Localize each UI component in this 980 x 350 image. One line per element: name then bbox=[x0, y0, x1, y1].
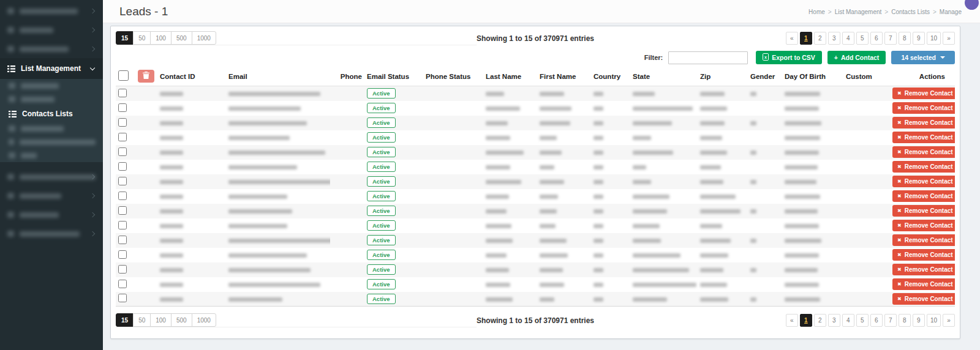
redacted-text bbox=[785, 136, 820, 140]
row-checkbox[interactable] bbox=[118, 147, 127, 156]
breadcrumb-link-list-management[interactable]: List Management bbox=[835, 9, 882, 15]
sidebar-item-redacted[interactable] bbox=[0, 206, 103, 224]
email-status-badge: Active bbox=[367, 235, 396, 245]
remove-contact-button[interactable]: ✖Remove Contact bbox=[892, 146, 955, 158]
pagination-prev[interactable]: « bbox=[786, 314, 798, 327]
row-checkbox[interactable] bbox=[118, 221, 127, 229]
page-button-3[interactable]: 3 bbox=[828, 314, 840, 327]
page-button-2[interactable]: 2 bbox=[814, 32, 826, 45]
row-checkbox[interactable] bbox=[118, 250, 127, 259]
page-size-500[interactable]: 500 bbox=[171, 313, 192, 327]
remove-contact-button[interactable]: ✖Remove Contact bbox=[892, 190, 955, 202]
page-button-8[interactable]: 8 bbox=[899, 32, 911, 45]
redacted-label bbox=[21, 153, 37, 158]
row-checkbox[interactable] bbox=[118, 294, 127, 302]
breadcrumb-link-home[interactable]: Home bbox=[809, 9, 825, 15]
sidebar-item-redacted[interactable] bbox=[0, 135, 103, 149]
page-button-1[interactable]: 1 bbox=[800, 314, 812, 327]
avatar[interactable] bbox=[965, 0, 979, 10]
page-size-15[interactable]: 15 bbox=[116, 31, 134, 45]
remove-contact-button[interactable]: ✖Remove Contact bbox=[892, 205, 955, 217]
redacted-text bbox=[633, 239, 661, 243]
page-button-10[interactable]: 10 bbox=[927, 32, 941, 45]
page-button-4[interactable]: 4 bbox=[842, 314, 854, 327]
breadcrumb-separator: > bbox=[933, 9, 937, 15]
sidebar-item-redacted[interactable] bbox=[0, 168, 103, 186]
remove-contact-button[interactable]: ✖Remove Contact bbox=[892, 102, 955, 114]
remove-contact-button[interactable]: ✖Remove Contact bbox=[892, 176, 955, 187]
page-button-9[interactable]: 9 bbox=[913, 314, 925, 327]
remove-contact-button[interactable]: ✖Remove Contact bbox=[892, 88, 955, 99]
pagination-prev[interactable]: « bbox=[786, 32, 798, 45]
page-size-100[interactable]: 100 bbox=[150, 313, 172, 327]
remove-contact-button[interactable]: ✖Remove Contact bbox=[892, 293, 955, 305]
page-size-50[interactable]: 50 bbox=[133, 31, 151, 45]
sidebar-item-redacted[interactable] bbox=[0, 122, 103, 135]
row-checkbox[interactable] bbox=[118, 206, 127, 215]
row-checkbox[interactable] bbox=[118, 133, 127, 141]
pagination-next[interactable]: » bbox=[943, 314, 955, 327]
row-checkbox[interactable] bbox=[118, 192, 127, 200]
sidebar-item-redacted[interactable] bbox=[0, 92, 103, 106]
remove-contact-button[interactable]: ✖Remove Contact bbox=[892, 234, 955, 246]
remove-contact-button[interactable]: ✖Remove Contact bbox=[892, 220, 955, 231]
sidebar-item-redacted[interactable] bbox=[0, 40, 103, 58]
redacted-text bbox=[594, 195, 603, 199]
redacted-text bbox=[228, 239, 330, 243]
sidebar-item-list-management[interactable]: List Management bbox=[0, 58, 103, 79]
add-contact-button[interactable]: + Add Contact bbox=[827, 51, 886, 64]
row-checkbox[interactable] bbox=[118, 162, 127, 171]
remove-contact-button[interactable]: ✖Remove Contact bbox=[892, 249, 955, 261]
select-all-checkbox[interactable] bbox=[118, 70, 129, 81]
page-button-8[interactable]: 8 bbox=[899, 314, 911, 327]
sidebar-item-redacted[interactable] bbox=[0, 225, 103, 243]
page-size-500[interactable]: 500 bbox=[171, 31, 192, 45]
page-size-50[interactable]: 50 bbox=[133, 313, 151, 327]
sidebar-item-redacted[interactable] bbox=[0, 149, 103, 162]
menu-icon bbox=[9, 83, 15, 89]
page-size-100[interactable]: 100 bbox=[150, 31, 172, 45]
page-size-1000[interactable]: 1000 bbox=[192, 31, 216, 45]
export-csv-button[interactable]: x Export to CSV bbox=[756, 51, 822, 64]
row-checkbox[interactable] bbox=[118, 280, 127, 288]
remove-contact-button[interactable]: ✖Remove Contact bbox=[892, 117, 955, 128]
filter-input[interactable] bbox=[668, 51, 748, 64]
page-button-6[interactable]: 6 bbox=[870, 314, 883, 327]
pagination-next[interactable]: » bbox=[943, 32, 955, 45]
page-button-9[interactable]: 9 bbox=[913, 32, 925, 45]
redacted-text bbox=[700, 268, 723, 272]
page-button-7[interactable]: 7 bbox=[884, 32, 897, 45]
column-header-phone-status: Phone Status bbox=[423, 68, 483, 86]
page-button-3[interactable]: 3 bbox=[828, 32, 840, 45]
page-button-6[interactable]: 6 bbox=[870, 32, 883, 45]
redacted-text bbox=[785, 165, 818, 169]
remove-contact-button[interactable]: ✖Remove Contact bbox=[892, 132, 955, 143]
page-size-1000[interactable]: 1000 bbox=[192, 313, 216, 327]
sidebar-item-redacted[interactable] bbox=[0, 21, 103, 39]
page-button-2[interactable]: 2 bbox=[814, 314, 826, 327]
selected-dropdown-button[interactable]: 14 selected bbox=[891, 51, 955, 64]
menu-icon bbox=[7, 231, 14, 237]
row-checkbox[interactable] bbox=[118, 118, 127, 127]
remove-contact-button[interactable]: ✖Remove Contact bbox=[892, 278, 955, 290]
row-checkbox[interactable] bbox=[118, 103, 127, 112]
row-checkbox[interactable] bbox=[118, 177, 127, 185]
sidebar-item-redacted[interactable] bbox=[0, 2, 103, 20]
row-checkbox[interactable] bbox=[118, 236, 127, 244]
sidebar-item-redacted[interactable] bbox=[0, 187, 103, 205]
delete-selected-button[interactable] bbox=[138, 70, 154, 83]
page-button-10[interactable]: 10 bbox=[927, 314, 941, 327]
sidebar-item-contacts-lists[interactable]: Contacts Lists bbox=[0, 106, 103, 122]
row-checkbox[interactable] bbox=[118, 89, 127, 97]
remove-contact-button[interactable]: ✖Remove Contact bbox=[892, 161, 955, 173]
page-button-5[interactable]: 5 bbox=[856, 32, 869, 45]
row-checkbox[interactable] bbox=[118, 265, 127, 274]
page-button-5[interactable]: 5 bbox=[856, 314, 869, 327]
page-button-1[interactable]: 1 bbox=[800, 32, 812, 45]
sidebar-item-redacted[interactable] bbox=[0, 79, 103, 92]
page-button-4[interactable]: 4 bbox=[842, 32, 854, 45]
page-button-7[interactable]: 7 bbox=[884, 314, 897, 327]
page-size-15[interactable]: 15 bbox=[116, 313, 134, 327]
remove-contact-button[interactable]: ✖Remove Contact bbox=[892, 264, 955, 275]
breadcrumb-link-contacts-lists[interactable]: Contacts Lists bbox=[891, 9, 930, 15]
